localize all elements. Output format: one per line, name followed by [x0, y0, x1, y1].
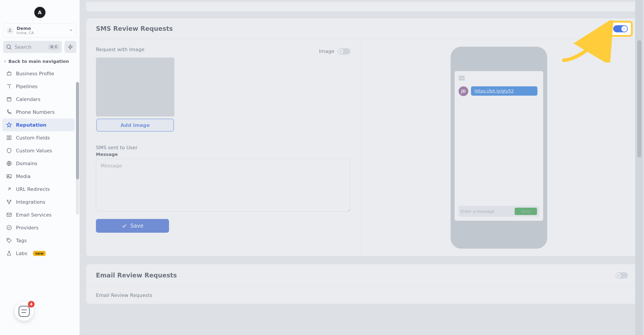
sms-enable-toggle-wrap: ✓ [613, 25, 628, 32]
check-icon [122, 223, 127, 229]
sidebar-item-label: Business Profile [16, 71, 54, 76]
account-switcher[interactable]: Demo Irvine, CA [3, 23, 76, 37]
settings-nav: Business ProfilePipelinesCalendarsPhone … [2, 67, 77, 260]
image-toggle-label: Image [319, 48, 334, 54]
search-button[interactable]: Search ⌘ K [3, 41, 62, 53]
custom-fields-icon [6, 135, 12, 141]
quick-actions-button[interactable] [64, 41, 76, 53]
phone-screen: JD https://bit.ly/gty52 Enter a message … [454, 71, 543, 221]
sidebar-item-labs[interactable]: Labsnew [2, 247, 75, 260]
email-sub-label: Email Review Requests [96, 293, 152, 298]
integrations-icon [6, 199, 12, 205]
hamburger-icon [458, 76, 465, 80]
svg-line-2 [10, 48, 11, 49]
sidebar-item-tags[interactable]: Tags [2, 234, 75, 247]
phone-mockup: JD https://bit.ly/gty52 Enter a message … [450, 47, 547, 249]
sidebar-item-label: Custom Fields [16, 135, 50, 141]
sidebar-item-providers[interactable]: Providers [2, 221, 75, 234]
media-icon [6, 173, 12, 179]
chevron-left-icon [3, 59, 7, 63]
message-textarea[interactable] [96, 159, 350, 211]
svg-rect-7 [7, 136, 9, 140]
tags-icon [6, 238, 12, 243]
sidebar-item-label: Email Services [16, 212, 52, 218]
back-to-main-nav[interactable]: Back to main navigation [3, 59, 76, 64]
business-profile-icon [6, 71, 12, 76]
url-redirects-icon [6, 186, 12, 192]
phone-numbers-icon [6, 109, 12, 115]
mini-toggle-knob-x-icon: × [338, 49, 344, 54]
page-scrollbar-track [635, 0, 643, 335]
svg-marker-3 [68, 45, 72, 49]
image-dropzone[interactable] [96, 57, 174, 116]
new-badge: new [33, 251, 46, 256]
chat-unread-count: 4 [30, 302, 32, 307]
sidebar-item-business-profile[interactable]: Business Profile [2, 67, 75, 80]
svg-point-14 [9, 203, 10, 204]
sidebar-item-label: Integrations [16, 199, 46, 205]
custom-values-icon [6, 148, 12, 153]
toggle-knob-check-icon: ✓ [622, 26, 627, 32]
sidebar-item-reputation[interactable]: Reputation [2, 118, 75, 131]
back-label: Back to main navigation [8, 59, 69, 64]
chat-fab[interactable]: 4 [14, 302, 34, 321]
labs-icon [6, 250, 12, 256]
sidebar-item-domains[interactable]: Domains [2, 157, 75, 170]
sms-form-panel: Request with Image Image × Add image SMS… [86, 39, 360, 256]
sidebar-item-pipelines[interactable]: Pipelines [2, 80, 75, 93]
sidebar-item-calendars[interactable]: Calendars [2, 93, 75, 106]
svg-point-0 [9, 29, 11, 30]
sidebar-item-label: Phone Numbers [16, 109, 55, 115]
save-label: Save [130, 223, 144, 229]
sidebar-item-label: Custom Values [16, 148, 52, 153]
svg-rect-4 [7, 72, 11, 75]
sidebar-item-url-redirects[interactable]: URL Redirects [2, 183, 75, 196]
svg-point-13 [10, 200, 11, 201]
message-row: JD https://bit.ly/gty52 [458, 86, 539, 96]
account-name: Demo [16, 26, 66, 31]
preview-avatar: JD [458, 86, 468, 96]
sms-preview-panel: JD https://bit.ly/gty52 Enter a message … [360, 39, 638, 256]
email-card-title: Email Review Requests [96, 272, 177, 279]
sidebar-scrollbar-thumb[interactable] [76, 82, 79, 179]
calendars-icon [6, 96, 12, 102]
svg-rect-5 [7, 98, 11, 101]
image-toggle[interactable]: × [338, 48, 350, 54]
email-review-card: Email Review Requests × Email Review Req… [86, 264, 638, 304]
sms-card-title: SMS Review Requests [96, 25, 173, 32]
sidebar-item-custom-values[interactable]: Custom Values [2, 144, 75, 157]
add-image-button[interactable]: Add image [96, 119, 174, 131]
providers-icon [6, 225, 12, 231]
sms-enable-toggle[interactable]: ✓ [613, 25, 628, 32]
sidebar: A Demo Irvine, CA Search ⌘ K Back to mai… [0, 0, 80, 335]
preview-send-button: Send [514, 208, 537, 215]
search-label: Search [14, 44, 46, 50]
preview-send-label: Send [521, 209, 531, 214]
svg-point-12 [7, 200, 8, 201]
save-button[interactable]: Save [96, 219, 169, 233]
preview-link-text: https://bit.ly/gty52 [474, 89, 514, 93]
sidebar-item-custom-fields[interactable]: Custom Fields [2, 131, 75, 144]
email-enable-toggle[interactable]: × [616, 272, 628, 279]
sidebar-item-integrations[interactable]: Integrations [2, 196, 75, 208]
sidebar-item-media[interactable]: Media [2, 170, 75, 183]
chevron-down-icon [69, 28, 73, 33]
preview-compose-bar: Enter a message Send [458, 206, 539, 217]
svg-rect-8 [10, 136, 11, 140]
sidebar-item-label: Pipelines [16, 84, 38, 89]
svg-point-1 [7, 45, 10, 48]
sidebar-item-label: Reputation [16, 122, 46, 128]
sidebar-item-email-services[interactable]: Email Services [2, 208, 75, 221]
sidebar-item-label: Labs [16, 251, 27, 256]
sidebar-item-phone-numbers[interactable]: Phone Numbers [2, 106, 75, 118]
off-toggle-knob-x-icon: × [616, 273, 621, 278]
preview-avatar-initials: JD [461, 89, 466, 93]
chat-icon [18, 306, 30, 317]
chat-unread-badge: 4 [28, 301, 34, 308]
sidebar-item-label: Domains [16, 161, 38, 166]
previous-card-footer [86, 2, 638, 11]
domains-icon [6, 161, 12, 166]
page-scrollbar-thumb[interactable] [637, 40, 641, 158]
sidebar-item-label: Media [16, 174, 30, 179]
sms-card-header: SMS Review Requests ✓ [86, 18, 638, 39]
